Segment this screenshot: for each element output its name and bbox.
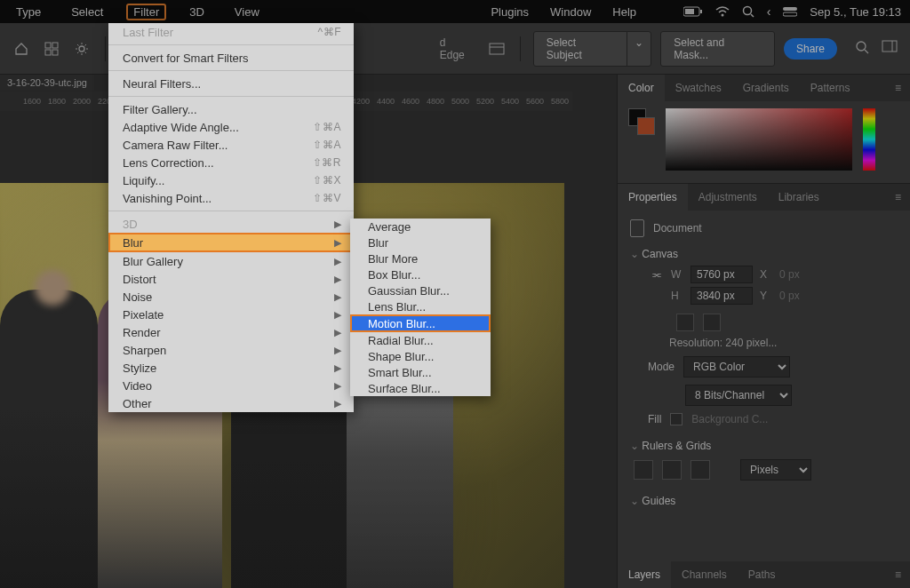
ruler-tick: 1600	[20, 97, 44, 106]
submenu-lens-blur[interactable]: Lens Blur...	[350, 298, 491, 314]
menu-adaptive-wide-angle[interactable]: Adaptive Wide Angle...⇧⌘A	[108, 118, 354, 136]
submenu-blur-more[interactable]: Blur More	[350, 250, 491, 266]
submenu-average[interactable]: Average	[350, 219, 491, 234]
menu-item-shortcut: ⇧⌘A	[313, 139, 341, 151]
menu-item-shortcut: ⇧⌘A	[313, 121, 341, 133]
menu-item-label: Pixelate	[123, 308, 334, 322]
panel-menu-icon[interactable]: ≡	[886, 191, 910, 203]
search-icon[interactable]	[742, 5, 754, 18]
tab-layers[interactable]: Layers	[618, 561, 671, 588]
svg-rect-1	[685, 9, 694, 14]
document-header: Document	[630, 219, 898, 237]
color-panel-body	[618, 101, 910, 183]
submenu-gaussian-blur[interactable]: Gaussian Blur...	[350, 282, 491, 298]
submenu-radial-blur[interactable]: Radial Blur...	[350, 332, 491, 348]
tab-swatches[interactable]: Swatches	[665, 75, 732, 101]
menu-item-label: Camera Raw Filter...	[123, 139, 313, 152]
chevron-right-icon: ▶	[334, 345, 341, 356]
ruler-icon[interactable]	[634, 460, 653, 480]
menu-render-submenu[interactable]: Render▶	[108, 323, 354, 341]
bits-select[interactable]: 8 Bits/Channel	[685, 385, 792, 406]
landscape-icon[interactable]	[703, 314, 721, 331]
home-icon[interactable]	[11, 38, 32, 60]
menu-view[interactable]: View	[228, 4, 267, 20]
fill-swatch[interactable]	[670, 413, 682, 425]
tab-adjustments[interactable]: Adjustments	[688, 184, 768, 211]
chevron-down-icon[interactable]: ⌄	[627, 32, 651, 66]
select-subject-label: Select Subject	[534, 32, 628, 66]
hue-slider[interactable]	[863, 108, 875, 171]
background-color[interactable]	[637, 117, 655, 135]
submenu-shape-blur[interactable]: Shape Blur...	[350, 348, 491, 364]
menu-select[interactable]: Select	[64, 4, 110, 20]
chevron-left-icon[interactable]: ‹	[767, 4, 771, 19]
tab-properties[interactable]: Properties	[618, 184, 688, 211]
section-rulers-grids[interactable]: Rulers & Grids	[630, 440, 898, 452]
submenu-blur[interactable]: Blur	[350, 234, 491, 250]
menu-item-label: Video	[123, 379, 334, 393]
tab-patterns[interactable]: Patterns	[800, 75, 861, 101]
menu-item-shortcut: ⇧⌘V	[313, 192, 341, 204]
menu-liquify[interactable]: Liquify...⇧⌘X	[108, 171, 354, 189]
menu-plugins[interactable]: Plugins	[491, 5, 529, 19]
menu-filter[interactable]: Filter	[126, 4, 166, 20]
submenu-box-blur[interactable]: Box Blur...	[350, 266, 491, 282]
menu-window[interactable]: Window	[550, 5, 591, 19]
menu-3d[interactable]: 3D	[182, 4, 212, 20]
svg-point-3	[721, 14, 723, 17]
menu-noise-submenu[interactable]: Noise▶	[108, 288, 354, 306]
grid-icon[interactable]	[662, 460, 682, 480]
submenu-surface-blur[interactable]: Surface Blur...	[350, 380, 491, 396]
menu-neural-filters[interactable]: Neural Filters...	[108, 75, 354, 92]
search-history-icon[interactable]	[855, 40, 873, 58]
panel-menu-icon[interactable]: ≡	[886, 82, 910, 94]
menu-type[interactable]: Type	[9, 4, 48, 20]
height-input[interactable]	[690, 287, 753, 305]
tab-channels[interactable]: Channels	[671, 561, 738, 588]
properties-panel-tabs: Properties Adjustments Libraries ≡	[618, 184, 910, 211]
menu-help[interactable]: Help	[612, 5, 636, 19]
tab-paths[interactable]: Paths	[738, 561, 786, 588]
ruler-units-select[interactable]: Pixels	[740, 459, 811, 481]
menu-blur-submenu[interactable]: Blur▶	[108, 233, 354, 252]
submenu-motion-blur[interactable]: Motion Blur...	[350, 314, 491, 332]
document-label: Document	[653, 222, 702, 234]
gear-icon[interactable]	[71, 38, 92, 60]
select-and-mask-button[interactable]: Select and Mask...	[660, 31, 775, 67]
menu-sharpen-submenu[interactable]: Sharpen▶	[108, 341, 354, 359]
resolution-text: Resolution: 240 pixel...	[669, 337, 898, 349]
options-icon[interactable]	[486, 38, 507, 60]
control-center-icon[interactable]	[783, 6, 797, 17]
tab-libraries[interactable]: Libraries	[768, 184, 830, 211]
menu-vanishing-point[interactable]: Vanishing Point...⇧⌘V	[108, 189, 354, 207]
menu-distort-submenu[interactable]: Distort▶	[108, 270, 354, 288]
chevron-right-icon: ▶	[334, 309, 341, 321]
tab-color[interactable]: Color	[618, 75, 665, 101]
menu-other-submenu[interactable]: Other▶	[108, 394, 354, 412]
panel-menu-icon[interactable]: ≡	[886, 568, 910, 581]
guides-icon[interactable]	[690, 460, 710, 480]
width-input[interactable]	[690, 266, 753, 283]
link-icon[interactable]: ⫘	[651, 268, 664, 281]
menu-convert-smart-filters[interactable]: Convert for Smart Filters	[108, 49, 354, 67]
section-canvas[interactable]: Canvas	[630, 248, 898, 260]
color-field[interactable]	[666, 108, 852, 171]
menu-blur-gallery-submenu[interactable]: Blur Gallery▶	[108, 252, 354, 270]
workspace-icon[interactable]	[882, 40, 899, 58]
share-button[interactable]: Share	[784, 38, 837, 60]
menu-video-submenu[interactable]: Video▶	[108, 377, 354, 394]
menu-filter-gallery[interactable]: Filter Gallery...	[108, 100, 354, 118]
menu-pixelate-submenu[interactable]: Pixelate▶	[108, 306, 354, 323]
tab-gradients[interactable]: Gradients	[732, 75, 800, 101]
menu-lens-correction[interactable]: Lens Correction...⇧⌘R	[108, 154, 354, 171]
menu-camera-raw-filter[interactable]: Camera Raw Filter...⇧⌘A	[108, 136, 354, 154]
submenu-smart-blur[interactable]: Smart Blur...	[350, 364, 491, 380]
fg-bg-swatch[interactable]	[628, 108, 655, 135]
section-guides[interactable]: Guides	[630, 495, 898, 507]
select-subject-button[interactable]: Select Subject ⌄	[533, 31, 652, 67]
mode-select[interactable]: RGB Color	[683, 356, 790, 377]
document-tab[interactable]: 3-16-20-39-utc.jpg	[0, 75, 94, 91]
portrait-icon[interactable]	[676, 314, 694, 331]
menu-stylize-submenu[interactable]: Stylize▶	[108, 359, 354, 377]
grid-icon[interactable]	[41, 38, 62, 60]
